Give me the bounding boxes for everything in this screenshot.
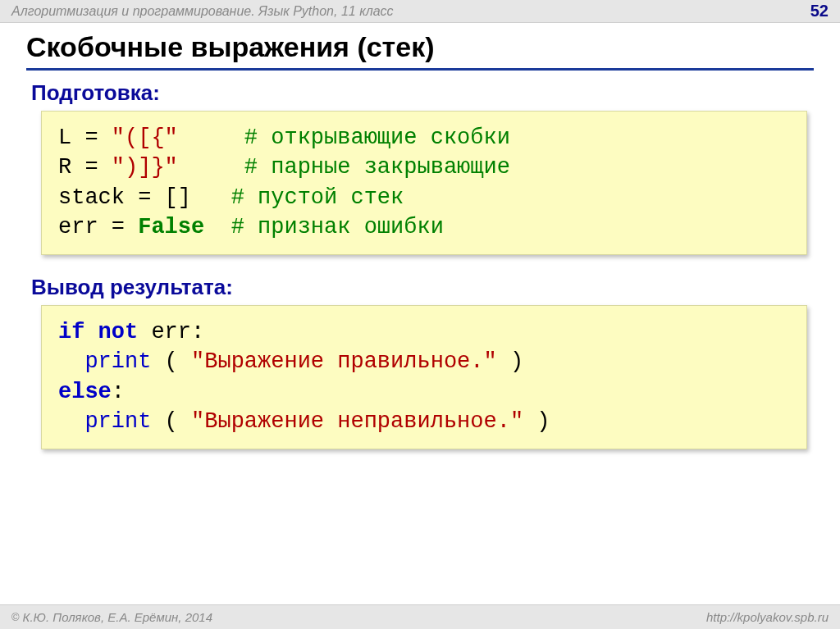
code-pad (178, 155, 244, 180)
code-text: err: (138, 320, 204, 344)
code-text: ) (497, 349, 523, 374)
code-keyword: not (98, 320, 139, 344)
code-text: : (112, 380, 125, 404)
code-indent (58, 409, 84, 434)
code-pad (204, 215, 231, 239)
footer-authors: К.Ю. Поляков, Е.А. Ерёмин, 2014 (23, 610, 212, 624)
page-number: 52 (810, 2, 829, 21)
code-indent (58, 349, 84, 374)
code-string: "Выражение неправильное." (191, 409, 523, 434)
code-text: err = (58, 215, 138, 239)
code-text: ( (151, 409, 191, 434)
code-function: print (84, 409, 151, 434)
footer-url: http://kpolyakov.spb.ru (706, 610, 829, 624)
code-keyword: if (58, 320, 84, 344)
code-space (84, 320, 98, 344)
footer-copyright: © К.Ю. Поляков, Е.А. Ерёмин, 2014 (11, 610, 212, 624)
code-text: stack = [] (58, 185, 231, 210)
slide-title: Скобочные выражения (стек) (26, 31, 814, 71)
slide-content: Скобочные выражения (стек) Подготовка: L… (0, 23, 840, 449)
code-block-result: if not err: print ( "Выражение правильно… (41, 305, 807, 449)
header-bar: Алгоритмизация и программирование. Язык … (0, 0, 840, 23)
code-string: "([{" (112, 125, 178, 150)
code-keyword: else (58, 380, 112, 404)
code-comment: # открывающие скобки (244, 125, 510, 150)
code-text: L = (58, 125, 112, 150)
code-constant: False (138, 215, 204, 239)
code-text: ) (523, 409, 550, 434)
section-preparation: Подготовка: (31, 80, 814, 106)
course-title: Алгоритмизация и программирование. Язык … (11, 4, 394, 19)
code-text: R = (58, 155, 112, 180)
code-function: print (84, 349, 151, 374)
footer-bar: © К.Ю. Поляков, Е.А. Ерёмин, 2014 http:/… (0, 604, 840, 629)
code-text: ( (151, 349, 191, 374)
code-comment: # парные закрывающие (244, 155, 510, 180)
code-block-preparation: L = "([{" # открывающие скобки R = ")]}"… (41, 111, 807, 255)
code-string: ")]}" (112, 155, 178, 180)
code-comment: # признак ошибки (231, 215, 444, 239)
copyright-icon: © (11, 611, 20, 623)
code-pad (178, 125, 244, 150)
code-string: "Выражение правильное." (191, 349, 497, 374)
code-comment: # пустой стек (231, 185, 404, 210)
section-result: Вывод результата: (31, 275, 814, 300)
